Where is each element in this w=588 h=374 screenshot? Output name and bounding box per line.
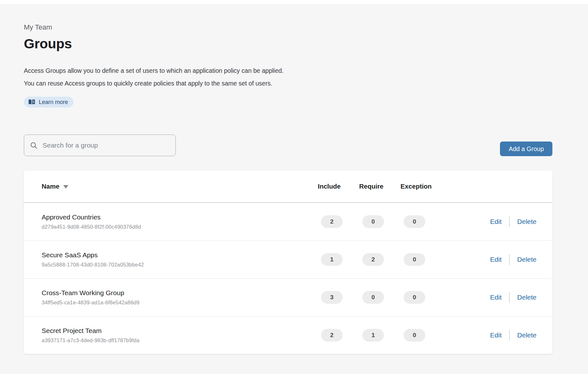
row-actions: Edit Delete [442,254,537,265]
page-description-line2: You can reuse Access groups to quickly c… [24,77,552,90]
groups-table: Name Include Require Exception Approved … [24,170,552,354]
page-title: Groups [24,36,552,52]
edit-link[interactable]: Edit [490,331,502,339]
column-header-require: Require [359,183,400,190]
triangle-down-sort-icon [63,185,68,189]
table-row: Approved Countries d279a451-9d08-4850-8f… [24,203,552,241]
toolbar: Add a Group [24,135,552,156]
breadcrumb: My Team [24,23,552,31]
exception-cell: 0 [400,329,442,342]
column-header-exception: Exception [400,183,442,190]
group-search [24,135,176,156]
group-name: Secret Project Team [42,327,318,335]
edit-link[interactable]: Edit [490,294,502,301]
include-cell: 2 [318,215,359,228]
groups-page: My Team Groups Access Groups allow you t… [0,4,588,374]
include-cell: 2 [318,329,359,342]
action-divider [509,216,509,227]
group-name-cell: Cross-Team Working Group 34ff5ed5-ca1e-4… [42,289,318,306]
exception-cell: 0 [400,253,442,266]
action-divider [509,330,509,341]
table-row: Secret Project Team a3937171-a7c3-4ded-9… [24,316,552,354]
learn-more-wrap: Learn more [24,97,552,107]
exception-count-badge: 0 [404,329,425,342]
sort-by-name-button[interactable]: Name [42,183,68,190]
require-cell: 0 [359,215,400,228]
group-id: 9a5c5888-1708-43d0-8108-702a053bbe42 [42,262,318,268]
page-content: My Team Groups Access Groups allow you t… [0,4,552,354]
table-row: Secure SaaS Apps 9a5c5888-1708-43d0-8108… [24,241,552,279]
learn-more-label: Learn more [39,99,68,106]
group-id: d279a451-9d08-4850-8f2f-00c490376d8d [42,224,318,230]
require-count-badge: 2 [362,253,384,266]
group-id: a3937171-a7c3-4ded-983b-dff1787b9fda [42,337,318,343]
group-name-cell: Approved Countries d279a451-9d08-4850-8f… [42,213,318,230]
edit-link[interactable]: Edit [490,218,502,225]
require-count-badge: 1 [362,329,384,342]
require-cell: 0 [359,291,400,304]
include-count-badge: 2 [321,329,343,342]
require-cell: 1 [359,329,400,342]
exception-cell: 0 [400,215,442,228]
learn-more-link[interactable]: Learn more [24,97,73,107]
delete-link[interactable]: Delete [517,256,537,263]
delete-link[interactable]: Delete [517,218,537,225]
delete-link[interactable]: Delete [517,294,537,301]
action-divider [509,292,509,303]
book-icon [28,99,35,105]
exception-count-badge: 0 [404,291,425,304]
column-header-name-cell: Name [42,183,318,190]
include-count-badge: 1 [321,253,343,266]
require-count-badge: 0 [362,215,384,228]
exception-cell: 0 [400,291,442,304]
require-cell: 2 [359,253,400,266]
delete-link[interactable]: Delete [517,331,537,339]
column-header-include: Include [318,183,359,190]
include-count-badge: 2 [321,215,343,228]
include-count-badge: 3 [321,291,343,304]
action-divider [509,254,509,265]
group-name-cell: Secure SaaS Apps 9a5c5888-1708-43d0-8108… [42,251,318,268]
exception-count-badge: 0 [404,253,425,266]
search-input[interactable] [24,135,176,156]
group-id: 34ff5ed5-ca1e-4839-ad1a-6f8e542a86d9 [42,300,318,306]
group-name-cell: Secret Project Team a3937171-a7c3-4ded-9… [42,327,318,343]
row-actions: Edit Delete [442,330,537,341]
table-row: Cross-Team Working Group 34ff5ed5-ca1e-4… [24,279,552,316]
table-header: Name Include Require Exception [24,170,552,203]
group-name: Cross-Team Working Group [42,289,318,297]
edit-link[interactable]: Edit [490,256,502,263]
page-description-line1: Access Groups allow you to define a set … [24,64,552,77]
column-header-name: Name [42,183,59,190]
include-cell: 1 [318,253,359,266]
include-cell: 3 [318,291,359,304]
require-count-badge: 0 [362,291,384,304]
group-name: Secure SaaS Apps [42,251,318,259]
group-name: Approved Countries [42,213,318,221]
exception-count-badge: 0 [404,215,425,228]
row-actions: Edit Delete [442,292,537,303]
add-group-button[interactable]: Add a Group [500,142,552,156]
row-actions: Edit Delete [442,216,537,227]
